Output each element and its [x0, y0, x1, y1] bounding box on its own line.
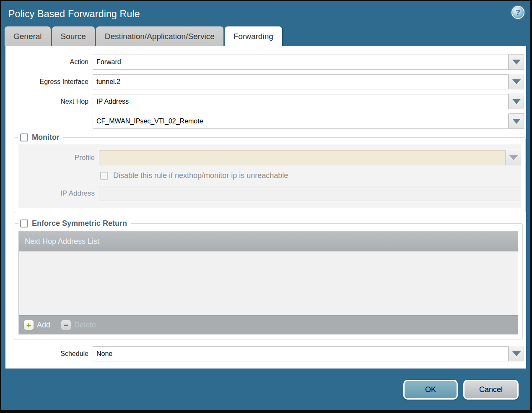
- monitor-legend: Monitor: [18, 133, 63, 142]
- next-hop-address-list-footer: + Add − Delete: [19, 315, 518, 334]
- chevron-down-icon: [512, 60, 521, 65]
- cancel-button[interactable]: Cancel: [463, 380, 519, 400]
- next-hop-address-list-header: Next Hop Address List: [19, 232, 518, 251]
- monitor-legend-label: Monitor: [32, 133, 60, 142]
- next-hop-label: Next Hop: [5, 98, 93, 105]
- ok-button[interactable]: OK: [403, 380, 458, 400]
- next-hop-row: Next Hop: [5, 94, 526, 109]
- dialog-titlebar: Policy Based Forwarding Rule ?: [1, 1, 530, 26]
- tab-destination-application-service[interactable]: Destination/Application/Service: [96, 26, 223, 46]
- action-input[interactable]: [93, 55, 509, 70]
- schedule-row: Schedule: [5, 346, 526, 361]
- add-button[interactable]: + Add: [24, 320, 50, 330]
- monitor-ip-address-label: IP Address: [18, 189, 99, 198]
- enforce-symmetric-return-legend: Enforce Symmetric Return: [18, 219, 131, 228]
- schedule-label: Schedule: [5, 350, 93, 358]
- tab-content: Action Egress Interface Next Hop Monitor: [5, 46, 526, 369]
- action-label: Action: [5, 58, 93, 66]
- chevron-down-icon: [512, 351, 521, 356]
- next-hop-address-row: [5, 113, 526, 129]
- help-icon[interactable]: ?: [512, 7, 524, 18]
- dialog-footer: OK Cancel: [1, 369, 530, 410]
- action-row: Action: [5, 54, 526, 70]
- monitor-ip-address-row: IP Address: [18, 186, 521, 201]
- next-hop-dropdown-button[interactable]: [509, 94, 524, 109]
- disable-rule-label: Disable this rule if nexthop/monitor ip …: [113, 171, 288, 180]
- monitor-panel: Profile Disable this rule if nexthop/mon…: [18, 144, 521, 208]
- next-hop-address-input[interactable]: [93, 114, 509, 129]
- enforce-symmetric-return-legend-label: Enforce Symmetric Return: [32, 219, 127, 228]
- plus-icon: +: [24, 320, 34, 330]
- monitor-profile-input: [99, 150, 506, 165]
- next-hop-type-input[interactable]: [93, 94, 509, 109]
- egress-interface-dropdown-button[interactable]: [509, 74, 524, 89]
- monitor-profile-dropdown-button: [506, 150, 521, 165]
- monitor-profile-row: Profile: [18, 150, 521, 165]
- add-button-label: Add: [37, 321, 50, 329]
- chevron-down-icon: [512, 79, 521, 84]
- schedule-dropdown-button[interactable]: [509, 346, 524, 361]
- chevron-down-icon: [512, 119, 521, 124]
- next-hop-address-list-table: Next Hop Address List + Add − Delete: [18, 231, 518, 335]
- enforce-symmetric-return-section: Enforce Symmetric Return Next Hop Addres…: [14, 219, 523, 340]
- delete-button: − Delete: [61, 320, 96, 330]
- policy-based-forwarding-dialog: Policy Based Forwarding Rule ? General S…: [0, 0, 532, 413]
- monitor-ip-address-input: [99, 186, 521, 201]
- monitor-checkbox[interactable]: [20, 133, 28, 141]
- tab-bar: General Source Destination/Application/S…: [1, 26, 530, 46]
- tab-forwarding[interactable]: Forwarding: [225, 26, 282, 46]
- egress-interface-row: Egress Interface: [5, 74, 526, 89]
- chevron-down-icon: [512, 99, 521, 104]
- schedule-input[interactable]: [93, 346, 509, 361]
- tab-source[interactable]: Source: [52, 26, 95, 46]
- next-hop-address-dropdown-button[interactable]: [509, 113, 524, 129]
- monitor-disable-rule-row: Disable this rule if nexthop/monitor ip …: [100, 171, 521, 180]
- action-dropdown-button[interactable]: [509, 54, 524, 70]
- delete-button-label: Delete: [74, 321, 96, 329]
- monitor-profile-label: Profile: [18, 154, 99, 162]
- egress-interface-input[interactable]: [93, 74, 509, 89]
- dialog-title: Policy Based Forwarding Rule: [8, 8, 140, 20]
- chevron-down-icon: [509, 155, 518, 160]
- egress-interface-label: Egress Interface: [5, 78, 93, 86]
- monitor-section: Monitor Profile Disable this rule if nex…: [14, 133, 526, 213]
- disable-rule-checkbox: [100, 172, 108, 180]
- tab-general[interactable]: General: [5, 26, 51, 46]
- next-hop-address-list-body[interactable]: [19, 251, 518, 315]
- enforce-symmetric-return-checkbox[interactable]: [20, 220, 28, 227]
- minus-icon: −: [61, 320, 71, 330]
